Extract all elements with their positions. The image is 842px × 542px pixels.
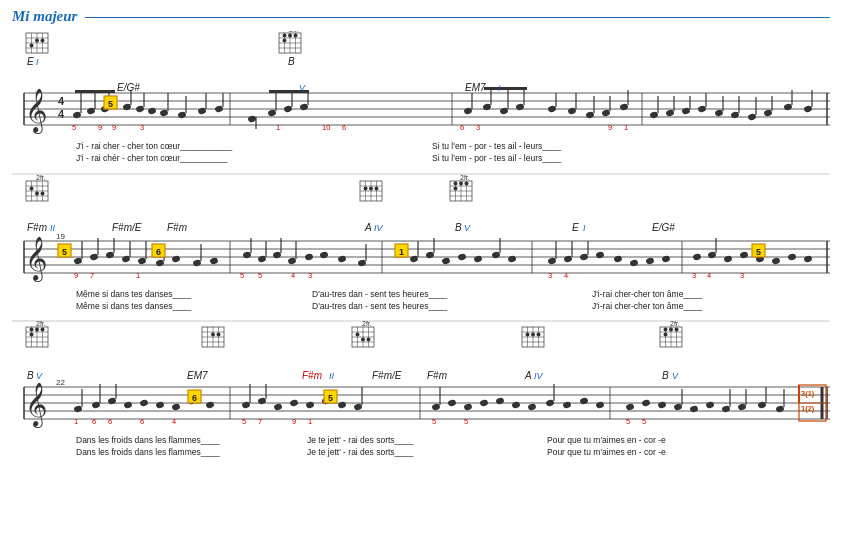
svg-point-212 — [441, 257, 450, 265]
svg-point-375 — [641, 399, 650, 407]
svg-point-331 — [155, 401, 164, 409]
svg-point-113 — [783, 103, 792, 111]
svg-point-267 — [30, 333, 34, 337]
svg-point-325 — [91, 401, 100, 409]
svg-point-347 — [289, 399, 298, 407]
svg-point-199 — [337, 255, 346, 263]
lyric-3-1: Dans les froids dans les flammes____ — [76, 435, 220, 445]
svg-point-276 — [217, 333, 221, 337]
svg-text:9: 9 — [112, 123, 116, 132]
svg-point-180 — [171, 255, 180, 263]
svg-point-152 — [454, 187, 458, 191]
svg-point-83 — [547, 105, 556, 113]
svg-point-350 — [337, 401, 346, 409]
svg-point-68 — [299, 103, 308, 111]
svg-point-379 — [689, 405, 698, 413]
svg-text:10: 10 — [322, 123, 330, 132]
svg-point-181 — [192, 259, 201, 267]
svg-text:𝄞: 𝄞 — [25, 236, 47, 283]
svg-point-151 — [465, 182, 469, 186]
svg-point-332 — [171, 403, 180, 411]
svg-text:E/G#: E/G# — [652, 222, 675, 233]
svg-point-189 — [242, 251, 251, 259]
svg-text:7: 7 — [90, 271, 94, 280]
svg-text:V: V — [299, 83, 306, 93]
svg-point-348 — [305, 401, 314, 409]
svg-point-128 — [30, 187, 34, 191]
svg-point-237 — [771, 257, 780, 265]
svg-point-366 — [527, 403, 536, 411]
svg-text:3(1): 3(1) — [801, 389, 815, 398]
svg-point-323 — [73, 405, 82, 413]
svg-text:1(2): 1(2) — [801, 404, 815, 413]
svg-point-285 — [356, 333, 360, 337]
svg-text:A: A — [364, 222, 372, 233]
svg-point-334 — [205, 401, 214, 409]
svg-point-150 — [459, 182, 463, 186]
title-underline — [85, 17, 830, 19]
svg-point-327 — [107, 397, 116, 405]
svg-point-85 — [567, 107, 576, 115]
svg-text:6: 6 — [108, 417, 112, 426]
svg-text:6: 6 — [92, 417, 96, 426]
lyric-2-1: Même si dans tes danses____ — [76, 289, 192, 299]
svg-point-178 — [155, 259, 164, 267]
svg-point-19 — [283, 34, 287, 38]
lyric-1-1: J'i - rai cher - cher ton cœur__________… — [76, 141, 232, 151]
svg-point-170 — [89, 253, 98, 261]
svg-text:2fr.: 2fr. — [36, 174, 46, 181]
svg-point-172 — [105, 251, 114, 259]
svg-text:9: 9 — [292, 417, 296, 426]
svg-text:4: 4 — [58, 108, 65, 120]
lyric-3-4: Je te jett' - rai des sorts____ — [307, 447, 414, 457]
svg-point-78 — [499, 107, 508, 115]
chord-E-label: E — [27, 56, 34, 67]
svg-point-362 — [463, 403, 472, 411]
svg-point-377 — [673, 403, 682, 411]
svg-text:E: E — [572, 222, 579, 233]
svg-point-101 — [681, 107, 690, 115]
svg-point-383 — [737, 403, 746, 411]
lyric-3-6: Pour que tu m'aimes en - cor -e — [547, 447, 666, 457]
svg-text:5: 5 — [72, 123, 76, 132]
svg-point-208 — [409, 255, 418, 263]
svg-point-22 — [283, 39, 287, 43]
svg-point-287 — [367, 338, 371, 342]
svg-point-80 — [515, 103, 524, 111]
svg-point-266 — [41, 328, 45, 332]
svg-point-307 — [669, 328, 673, 332]
svg-point-296 — [531, 333, 535, 337]
svg-text:I: I — [36, 57, 39, 67]
svg-text:V: V — [36, 371, 43, 381]
chord-B-label: B — [288, 56, 295, 67]
svg-point-217 — [507, 255, 516, 263]
svg-point-191 — [257, 255, 266, 263]
svg-text:1: 1 — [276, 123, 280, 132]
svg-point-329 — [123, 401, 132, 409]
svg-point-64 — [267, 109, 276, 117]
svg-point-264 — [30, 328, 34, 332]
svg-point-308 — [675, 328, 679, 332]
svg-text:𝄞: 𝄞 — [25, 88, 47, 135]
svg-text:II: II — [329, 371, 335, 381]
svg-point-39 — [86, 107, 95, 115]
svg-text:5: 5 — [62, 247, 67, 257]
svg-point-309 — [664, 333, 668, 337]
svg-text:F#m: F#m — [302, 370, 322, 381]
svg-point-89 — [601, 109, 610, 117]
svg-text:2fr.: 2fr. — [36, 320, 46, 327]
svg-text:3: 3 — [692, 271, 696, 280]
svg-point-55 — [197, 107, 206, 115]
svg-text:1: 1 — [74, 417, 78, 426]
svg-point-76 — [482, 103, 491, 111]
svg-point-105 — [714, 109, 723, 117]
svg-point-97 — [649, 111, 658, 119]
svg-point-346 — [273, 403, 282, 411]
svg-text:B: B — [455, 222, 462, 233]
svg-point-74 — [463, 107, 472, 115]
svg-point-129 — [35, 192, 39, 196]
svg-point-138 — [364, 187, 368, 191]
music-score: E I 2fr. 𝄞 — [12, 31, 830, 541]
svg-text:II: II — [50, 223, 56, 233]
svg-text:5: 5 — [108, 99, 113, 109]
